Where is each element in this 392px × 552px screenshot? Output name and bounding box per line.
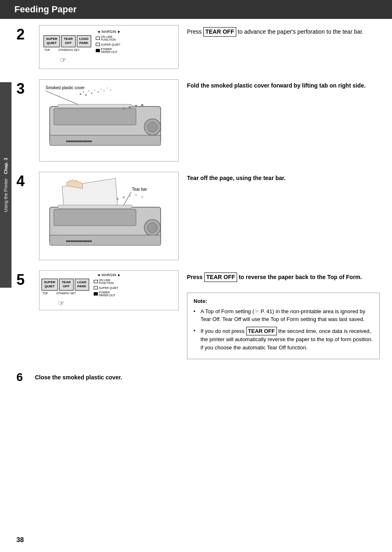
step-4-number: 4: [16, 174, 31, 189]
note-title: Note:: [194, 297, 373, 305]
step-5-number: 5: [16, 273, 31, 287]
svg-point-2: [80, 93, 81, 95]
svg-rect-19: [58, 104, 132, 108]
svg-point-34: [148, 223, 157, 233]
step-4-row: 4 Tear bar: [16, 172, 380, 260]
load-park-btn[interactable]: LOADPARK: [77, 35, 91, 47]
load-park-btn-5[interactable]: LOADPARK: [75, 279, 89, 291]
svg-point-23: [141, 104, 143, 106]
tear-off-label-2: TEAR OFF: [203, 27, 236, 37]
svg-line-1: [46, 91, 83, 106]
sidebar: Chap. 3 Using the Printer: [0, 82, 12, 288]
main-content: 2 ◄ MARGIN ► SUPERQUIET TEAROFF LOADPARK…: [0, 25, 392, 400]
svg-point-3: [83, 92, 84, 93]
svg-text:■■■■■■■■■■■■■: ■■■■■■■■■■■■■: [66, 139, 92, 143]
svg-text:■■■■■■■■■■■■■: ■■■■■■■■■■■■■: [66, 239, 92, 243]
svg-point-29: [135, 194, 137, 196]
note-box: Note: • A Top of Form setting (☞ P. 41) …: [187, 293, 380, 359]
step-5-image: ◄ MARGIN ► SUPERQUIET TEAROFF LOADPARK T…: [39, 270, 179, 310]
svg-point-11: [107, 88, 108, 89]
svg-point-16: [148, 122, 157, 132]
super-quiet-btn[interactable]: SUPERQUIET: [44, 35, 60, 47]
svg-point-4: [85, 94, 87, 96]
svg-point-26: [116, 198, 119, 200]
step-4-bold: Tear off the page, using the tear bar.: [187, 175, 286, 181]
step-5-text: Press TEAR OFF to reverse the paper back…: [187, 270, 380, 359]
step-3-image: Smoked plastic cover: [39, 79, 179, 162]
svg-point-9: [101, 89, 102, 90]
margin-label-5: ◄ MARGIN ►: [42, 273, 176, 277]
svg-rect-14: [54, 109, 136, 125]
page-title: Feeding Paper: [14, 4, 384, 15]
step-6-bold: Close the smoked plastic cover.: [35, 374, 122, 381]
super-quiet-btn-5[interactable]: SUPERQUIET: [42, 279, 58, 291]
other-label-5: OTHER\\// SET: [56, 292, 76, 295]
online-indicator: ON LINEFUNCTION: [96, 35, 120, 41]
note-item-2: • If you do not press TEAR OFF the secon…: [194, 327, 373, 352]
printer-svg-4: Tear bar: [42, 174, 173, 256]
chapter-label: Chap. 3: [3, 158, 8, 174]
other-label: OTHER\\/\\/ SET: [58, 49, 80, 51]
online-indicator-5: ON LINEFUNCTION: [94, 279, 118, 284]
step-3-text: Fold the smoked plastic cover forward by…: [187, 79, 380, 90]
svg-rect-37: [58, 205, 132, 208]
page-number: 38: [16, 536, 24, 544]
step-4-text: Tear off the page, using the tear bar.: [187, 172, 380, 182]
step-6-text: Close the smoked plastic cover.: [35, 371, 380, 382]
note-item-1: • A Top of Form setting (☞ P. 41) in the…: [194, 307, 373, 323]
tear-off-label-5: TEAR OFF: [204, 273, 237, 282]
svg-rect-32: [54, 209, 136, 226]
svg-line-25: [124, 192, 131, 205]
step-2-row: 2 ◄ MARGIN ► SUPERQUIET TEAROFF LOADPARK…: [16, 25, 380, 69]
super-quiet-indicator: SUPER QUIET: [96, 43, 120, 46]
svg-point-28: [129, 194, 131, 197]
power-indicator: POWERPAPER OUT: [96, 48, 120, 53]
step-2-number: 2: [16, 27, 31, 42]
super-quiet-indicator-5: SUPER QUIET: [94, 286, 118, 289]
tof-label: TOF: [44, 49, 50, 51]
svg-point-12: [110, 89, 111, 91]
step-4-image: Tear bar: [39, 172, 179, 260]
svg-point-10: [103, 90, 105, 92]
tear-off-label-note: TEAR OFF: [246, 327, 277, 336]
svg-point-27: [122, 196, 125, 199]
step-3-row: 3 Smoked plastic cover: [16, 79, 380, 162]
step-3-number: 3: [16, 81, 31, 96]
tear-off-btn[interactable]: TEAROFF: [61, 35, 76, 47]
sidebar-label: Using the Printer: [3, 178, 8, 212]
printer-svg-3: Smoked plastic cover: [42, 82, 173, 158]
page-header: Feeding Paper: [0, 0, 392, 19]
svg-text:Smoked plastic cover: Smoked plastic cover: [46, 85, 85, 90]
step-2-text: Press TEAR OFF to advance the paper's pe…: [187, 25, 380, 37]
step-5-row: 5 ◄ MARGIN ► SUPERQUIET TEAROFF LOADPARK…: [16, 270, 380, 359]
hand-icon-5: ☞: [58, 299, 176, 308]
step-3-bold: Fold the smoked plastic cover forward by…: [187, 82, 366, 89]
step-6-row: 6 Close the smoked plastic cover.: [16, 370, 380, 383]
tear-off-btn-5[interactable]: TEAROFF: [59, 279, 74, 291]
step-2-image: ◄ MARGIN ► SUPERQUIET TEAROFF LOADPARK T…: [39, 25, 179, 69]
margin-label: ◄ MARGIN ►: [44, 30, 174, 34]
svg-point-7: [95, 90, 96, 91]
svg-point-30: [141, 196, 143, 198]
step-6-number: 6: [16, 372, 31, 383]
hand-icon: ☞: [60, 55, 174, 65]
svg-point-21: [129, 106, 131, 109]
power-indicator-5: POWERPAPER OUT: [94, 291, 118, 297]
tof-label-5: TOF: [42, 292, 48, 295]
svg-point-6: [91, 92, 92, 94]
svg-text:Tear bar: Tear bar: [132, 187, 147, 192]
svg-point-8: [97, 91, 99, 93]
svg-point-5: [88, 90, 90, 92]
svg-point-20: [122, 107, 125, 110]
svg-point-22: [135, 105, 137, 107]
